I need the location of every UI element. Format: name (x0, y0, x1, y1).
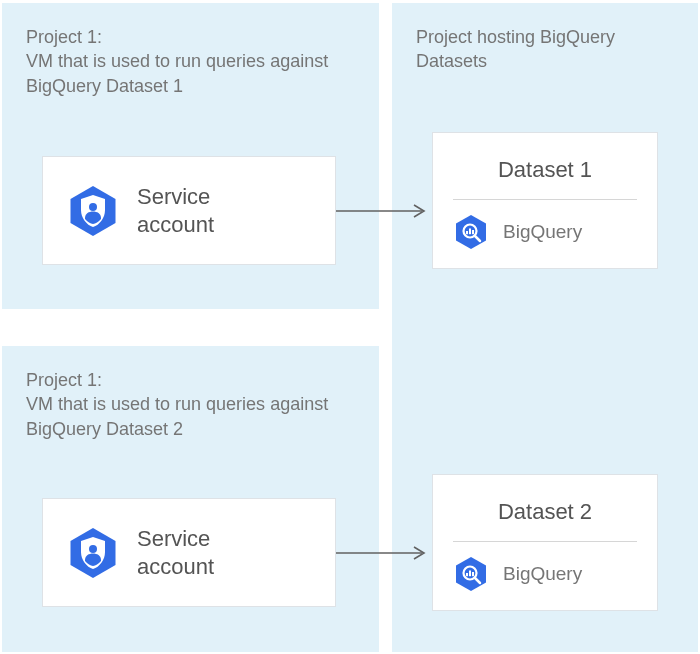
dataset-2-title: Dataset 2 (453, 499, 637, 525)
service-account-icon (67, 185, 119, 237)
bigquery-icon (453, 214, 489, 250)
bigquery-label: BigQuery (503, 221, 582, 243)
svg-rect-8 (469, 229, 471, 235)
bigquery-row: BigQuery (453, 556, 637, 592)
project-1-bottom-caption: Project 1:VM that is used to run queries… (2, 346, 379, 441)
bigquery-row: BigQuery (453, 214, 637, 250)
dataset-2-card: Dataset 2 BigQuery (432, 474, 658, 611)
svg-rect-9 (472, 230, 474, 234)
service-account-card-bottom: Serviceaccount (42, 498, 336, 607)
service-account-label-bottom: Serviceaccount (137, 525, 214, 580)
bigquery-label: BigQuery (503, 563, 582, 585)
svg-point-1 (89, 203, 97, 211)
svg-rect-7 (466, 231, 468, 234)
arrow-bottom (336, 546, 432, 560)
svg-point-3 (89, 545, 97, 553)
project-1-top-caption: Project 1:VM that is used to run queries… (2, 3, 379, 98)
svg-rect-15 (472, 572, 474, 576)
svg-rect-14 (469, 571, 471, 577)
service-account-label-top: Serviceaccount (137, 183, 214, 238)
bigquery-icon (453, 556, 489, 592)
service-account-icon (67, 527, 119, 579)
arrow-top (336, 204, 432, 218)
dataset-1-title: Dataset 1 (453, 157, 637, 183)
dataset-1-card: Dataset 1 BigQuery (432, 132, 658, 269)
project-hosting-caption: Project hosting BigQuery Datasets (392, 3, 698, 74)
divider (453, 541, 637, 542)
service-account-card-top: Serviceaccount (42, 156, 336, 265)
divider (453, 199, 637, 200)
svg-rect-13 (466, 573, 468, 576)
